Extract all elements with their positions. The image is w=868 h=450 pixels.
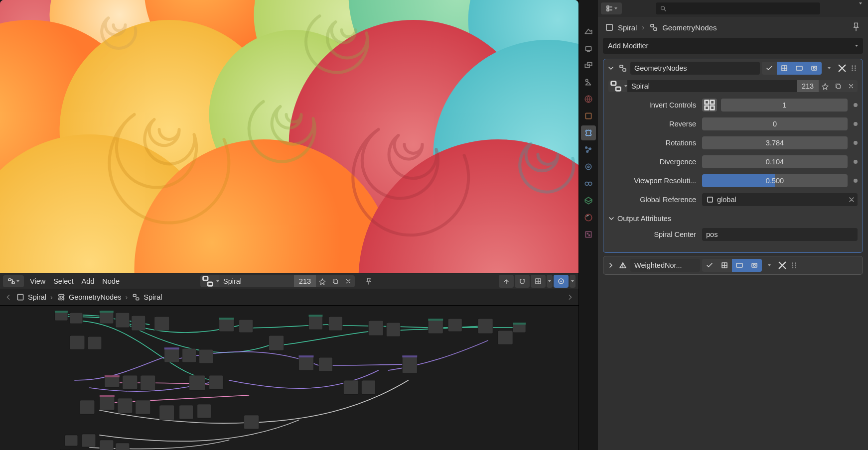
modifier-nodegroup-users[interactable]: 213 xyxy=(797,80,819,92)
param-viewport-resolution[interactable]: 0.500 xyxy=(702,174,848,187)
param-invert-controls[interactable]: 1 xyxy=(721,99,848,112)
tab-output[interactable] xyxy=(581,41,596,56)
param-global-reference[interactable]: global xyxy=(702,193,858,206)
modifier-extras-dropdown[interactable] xyxy=(824,67,835,69)
tab-scene[interactable] xyxy=(581,75,596,90)
animate-property-button[interactable] xyxy=(854,103,858,107)
overlay-toggle-button[interactable] xyxy=(554,275,569,288)
modifier-name-field[interactable]: WeightedNor... xyxy=(630,259,700,272)
editor-type-dropdown[interactable] xyxy=(3,275,24,287)
tab-material[interactable] xyxy=(581,210,596,225)
breadcrumb-modifier-link[interactable]: GeometryNodes xyxy=(649,23,717,32)
drag-handle-icon[interactable] xyxy=(850,63,860,73)
output-attributes-header[interactable]: Output Attributes xyxy=(608,213,858,226)
svg-rect-63 xyxy=(197,404,211,418)
snap-options-dropdown[interactable] xyxy=(547,275,553,288)
breadcrumb-object-link[interactable]: Spiral xyxy=(605,23,637,32)
attribute-toggle-button[interactable] xyxy=(702,99,717,112)
fake-user-button[interactable] xyxy=(316,275,329,287)
tab-render[interactable] xyxy=(581,24,596,39)
properties-search-input[interactable] xyxy=(656,2,820,14)
tab-world[interactable] xyxy=(581,92,596,107)
add-modifier-dropdown[interactable]: Add Modifier xyxy=(603,38,863,54)
chevron-right-icon[interactable] xyxy=(567,294,574,301)
svg-rect-61 xyxy=(159,405,174,420)
modifier-name-field[interactable]: GeometryNodes xyxy=(630,62,760,75)
breadcrumb-modifier[interactable]: GeometryNodes xyxy=(57,293,122,302)
menu-add[interactable]: Add xyxy=(79,277,96,285)
show-in-editmode-toggle[interactable] xyxy=(777,62,792,75)
svg-rect-31 xyxy=(154,317,169,331)
collapse-modifier-button[interactable] xyxy=(606,262,615,268)
nodegroup-browse-dropdown[interactable] xyxy=(200,275,219,287)
snap-button[interactable] xyxy=(515,275,530,288)
breadcrumb-object[interactable]: Spiral xyxy=(16,293,46,302)
drag-handle-icon[interactable] xyxy=(790,260,800,270)
nodegroup-name-field[interactable]: Spiral xyxy=(219,275,294,287)
node-editor-canvas[interactable] xyxy=(0,306,579,450)
svg-rect-74 xyxy=(219,318,234,320)
menu-view[interactable]: View xyxy=(28,277,47,285)
show-render-toggle[interactable] xyxy=(807,62,822,75)
animate-property-button[interactable] xyxy=(854,160,858,164)
overlay-options-dropdown[interactable] xyxy=(570,275,576,288)
tab-view-layer[interactable] xyxy=(581,58,596,73)
param-rotations[interactable]: 3.784 xyxy=(702,136,848,149)
show-on-cage-toggle[interactable] xyxy=(702,259,717,272)
param-reverse[interactable]: 0 xyxy=(702,117,848,130)
collapse-modifier-button[interactable] xyxy=(606,65,615,71)
animate-property-button[interactable] xyxy=(854,141,858,145)
show-render-toggle[interactable] xyxy=(747,259,762,272)
tab-constraints[interactable] xyxy=(581,176,596,191)
modifier-fake-user[interactable] xyxy=(819,80,832,92)
param-divergence[interactable]: 0.104 xyxy=(702,155,848,168)
show-in-editmode-toggle[interactable] xyxy=(717,259,732,272)
show-viewport-toggle[interactable] xyxy=(792,62,807,75)
snap-mode-button[interactable] xyxy=(531,275,546,288)
svg-point-131 xyxy=(792,265,793,266)
breadcrumb-nodegroup[interactable]: Spiral xyxy=(132,293,162,302)
show-on-cage-toggle[interactable] xyxy=(762,62,777,75)
svg-rect-17 xyxy=(203,276,208,280)
svg-rect-125 xyxy=(708,197,713,202)
menu-node[interactable]: Node xyxy=(100,277,122,285)
show-viewport-toggle[interactable] xyxy=(732,259,747,272)
clear-icon[interactable] xyxy=(849,197,855,203)
chevron-left-icon[interactable] xyxy=(5,294,12,301)
output-spiral-center[interactable]: pos xyxy=(702,228,858,241)
modifier-nodegroup-browse[interactable] xyxy=(608,80,627,92)
properties-editor-dropdown[interactable] xyxy=(601,2,622,14)
duplicate-nodegroup-button[interactable] xyxy=(329,275,342,287)
svg-point-112 xyxy=(852,65,853,67)
tab-modifier[interactable] xyxy=(581,125,596,140)
svg-rect-48 xyxy=(182,348,196,362)
parent-nodegroup-button[interactable] xyxy=(499,275,514,288)
animate-property-button[interactable] xyxy=(854,179,858,183)
tab-data[interactable] xyxy=(581,193,596,208)
tab-physics[interactable] xyxy=(581,159,596,174)
svg-rect-66 xyxy=(361,380,375,394)
tab-particles[interactable] xyxy=(581,142,596,157)
svg-rect-36 xyxy=(328,317,342,331)
pin-button[interactable] xyxy=(363,275,375,287)
nodegroup-users-count[interactable]: 213 xyxy=(294,275,316,287)
properties-options-dropdown[interactable] xyxy=(856,4,865,12)
animate-property-button[interactable] xyxy=(854,122,858,126)
svg-rect-49 xyxy=(199,349,213,363)
unlink-nodegroup-button[interactable] xyxy=(342,275,355,287)
svg-point-113 xyxy=(852,68,853,69)
modifier-nodegroup-name[interactable]: Spiral xyxy=(627,80,797,92)
remove-modifier-button[interactable] xyxy=(837,63,848,74)
svg-point-114 xyxy=(852,70,853,71)
pin-properties-button[interactable] xyxy=(851,22,861,33)
modifier-unlink-nodegroup[interactable] xyxy=(845,80,858,92)
modifier-duplicate-nodegroup[interactable] xyxy=(832,80,845,92)
modifier-extras-dropdown[interactable] xyxy=(764,264,775,266)
tab-object[interactable] xyxy=(581,109,596,123)
tab-texture[interactable] xyxy=(581,227,596,242)
svg-rect-43 xyxy=(498,331,513,344)
remove-modifier-button[interactable] xyxy=(777,260,788,271)
menu-select[interactable]: Select xyxy=(51,277,75,285)
viewport-3d[interactable] xyxy=(0,0,579,273)
svg-point-134 xyxy=(795,265,796,266)
